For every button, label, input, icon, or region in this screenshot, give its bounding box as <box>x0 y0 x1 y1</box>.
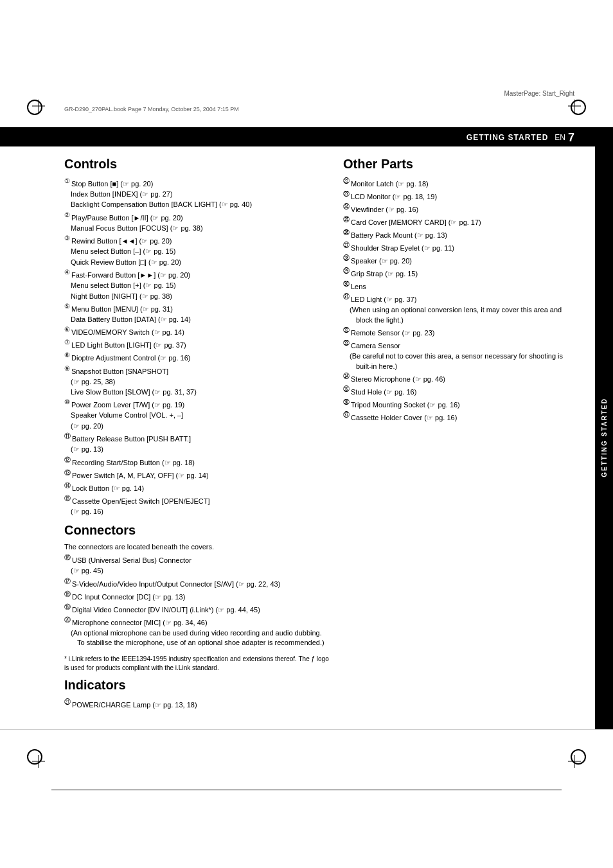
list-item: (☞ pg. 45) <box>64 566 330 576</box>
list-item: ⑳Microphone connector [MIC] (☞ pg. 34, 4… <box>64 616 330 628</box>
content-area: Controls ①Stop Button [■] (☞ pg. 20) Ind… <box>0 146 613 729</box>
list-item: ⑯USB (Universal Serial Bus) Connector <box>64 553 330 565</box>
bottom-bar <box>0 729 613 826</box>
list-item: ⑫Recording Start/Stop Button (☞ pg. 18) <box>64 456 330 468</box>
list-item: (When using an optional conversion lens,… <box>343 305 574 325</box>
list-item: Live Slow Button [SLOW] (☞ pg. 31, 37) <box>64 387 330 397</box>
list-item: ㉛LED Light (☞ pg. 37) <box>343 292 574 305</box>
list-item: ㉗Shoulder Strap Eyelet (☞ pg. 11) <box>343 241 574 253</box>
file-label: GR-D290_270PAL.book Page 7 Monday, Octob… <box>64 106 239 112</box>
list-item: ㉖Battery Pack Mount (☞ pg. 13) <box>343 228 574 240</box>
list-item: ㉚Lens <box>343 279 574 292</box>
list-item: Manual Focus Button [FOCUS] (☞ pg. 38) <box>64 224 330 233</box>
header-section-label: GETTING STARTED <box>466 133 548 142</box>
header-page-number: 7 <box>568 131 574 145</box>
connectors-list: ⑯USB (Universal Serial Bus) Connector (☞… <box>64 553 330 648</box>
controls-title: Controls <box>64 157 330 172</box>
list-item: ⑤Menu Button [MENU] (☞ pg. 31) <box>64 302 330 314</box>
list-item: ㊲Cassette Holder Cover (☞ pg. 16) <box>343 411 574 423</box>
list-item: ㉔Viewfinder (☞ pg. 16) <box>343 202 574 215</box>
list-item: ⑥VIDEO/MEMORY Switch (☞ pg. 14) <box>64 325 330 337</box>
list-item: Menu select Button [+] (☞ pg. 15) <box>64 281 330 290</box>
list-item: ㉜Remote Sensor (☞ pg. 23) <box>343 326 574 338</box>
cross-bl <box>32 755 45 769</box>
list-item: (☞ pg. 20) <box>64 421 330 431</box>
main-area: Controls ①Stop Button [■] (☞ pg. 20) Ind… <box>0 146 613 729</box>
list-item: Backlight Compensation Button [BACK LIGH… <box>64 200 330 209</box>
top-bar: MasterPage: Start_Right GR-D290_270PAL.b… <box>0 0 613 128</box>
indicators-section: Indicators ㉑POWER/CHARGE Lamp (☞ pg. 13,… <box>64 678 330 710</box>
connectors-footnote: * i.Link refers to the IEEE1394-1995 ind… <box>64 655 330 673</box>
connectors-section: Connectors The connectors are located be… <box>64 523 330 672</box>
cross-br <box>568 755 581 769</box>
list-item: ⑩Power Zoom Lever [T/W] (☞ pg. 19) <box>64 398 330 410</box>
list-item: Data Battery Button [DATA] (☞ pg. 14) <box>64 315 330 324</box>
side-tab: GETTING STARTED <box>595 146 613 729</box>
list-item: ㉑POWER/CHARGE Lamp (☞ pg. 13, 18) <box>64 698 330 710</box>
list-item: ②Play/Pause Button [►/II] (☞ pg. 20) <box>64 211 330 223</box>
other-parts-title: Other Parts <box>343 157 574 172</box>
page-wrapper: MasterPage: Start_Right GR-D290_270PAL.b… <box>0 0 613 868</box>
list-item: ㉝Camera Sensor <box>343 339 574 351</box>
indicators-list: ㉑POWER/CHARGE Lamp (☞ pg. 13, 18) <box>64 698 330 710</box>
list-item: ③Rewind Button [◄◄] (☞ pg. 20) <box>64 234 330 246</box>
list-item: ㉞Stereo Microphone (☞ pg. 46) <box>343 372 574 384</box>
left-column: Controls ①Stop Button [■] (☞ pg. 20) Ind… <box>64 153 330 716</box>
list-item: ㉒Monitor Latch (☞ pg. 18) <box>343 177 574 189</box>
list-item: (Be careful not to cover this area, a se… <box>343 351 574 371</box>
other-parts-list: ㉒Monitor Latch (☞ pg. 18) ㉓LCD Monitor (… <box>343 177 574 423</box>
masterpage-label: MasterPage: Start_Right <box>504 90 575 97</box>
list-item: ㉘Speaker (☞ pg. 20) <box>343 254 574 266</box>
connectors-title: Connectors <box>64 523 330 538</box>
list-item: Index Button [INDEX] (☞ pg. 27) <box>64 190 330 199</box>
side-tab-text: GETTING STARTED <box>601 398 608 477</box>
controls-section: Controls ①Stop Button [■] (☞ pg. 20) Ind… <box>64 157 330 517</box>
list-item: ㉟Stud Hole (☞ pg. 16) <box>343 385 574 397</box>
controls-list: ①Stop Button [■] (☞ pg. 20) Index Button… <box>64 177 330 517</box>
cross-tr <box>568 100 581 114</box>
other-parts-section: Other Parts ㉒Monitor Latch (☞ pg. 18) ㉓L… <box>343 157 574 423</box>
cross-tl <box>32 100 45 114</box>
list-item: Menu select Button [–] (☞ pg. 15) <box>64 247 330 256</box>
list-item: ⑱DC Input Connector [DC] (☞ pg. 13) <box>64 590 330 602</box>
connectors-intro: The connectors are located beneath the c… <box>64 543 330 551</box>
list-item: ㉕Card Cover [MEMORY CARD] (☞ pg. 17) <box>343 215 574 227</box>
list-item: ⑬Power Switch [A, M, PLAY, OFF] (☞ pg. 1… <box>64 468 330 481</box>
list-item: (☞ pg. 25, 38) <box>64 377 330 387</box>
list-item: ㉓LCD Monitor (☞ pg. 18, 19) <box>343 190 574 202</box>
header-band: GETTING STARTED EN 7 <box>0 128 613 146</box>
list-item: ⑧Dioptre Adjustment Control (☞ pg. 16) <box>64 351 330 363</box>
list-item: ⑮Cassette Open/Eject Switch [OPEN/EJECT] <box>64 494 330 506</box>
list-item: ⑦LED Light Button [LIGHT] (☞ pg. 37) <box>64 338 330 350</box>
list-item: ㊱Tripod Mounting Socket (☞ pg. 16) <box>343 398 574 410</box>
list-item: Night Button [NIGHT] (☞ pg. 38) <box>64 292 330 301</box>
list-item: ⑲Digital Video Connector [DV IN/OUT] (i.… <box>64 603 330 615</box>
list-item: ④Fast-Forward Button [►►] (☞ pg. 20) <box>64 268 330 280</box>
list-item: ⑰S-Video/Audio/Video Input/Output Connec… <box>64 577 330 589</box>
list-item: (☞ pg. 16) <box>64 507 330 517</box>
bottom-line <box>51 790 562 790</box>
list-item: (☞ pg. 13) <box>64 445 330 454</box>
header-en-label: EN <box>555 133 565 142</box>
list-item: Quick Review Button [□] (☞ pg. 20) <box>64 258 330 267</box>
list-item: (An optional microphone can be used duri… <box>64 628 330 648</box>
list-item: ⑪Battery Release Button [PUSH BATT.] <box>64 432 330 444</box>
list-item: ⑭Lock Button (☞ pg. 14) <box>64 481 330 493</box>
list-item: Speaker Volume Control [VOL. +, –] <box>64 411 330 420</box>
list-item: ⑨Snapshot Button [SNAPSHOT] <box>64 364 330 376</box>
list-item: ㉙Grip Strap (☞ pg. 15) <box>343 267 574 279</box>
list-item: ①Stop Button [■] (☞ pg. 20) <box>64 177 330 189</box>
indicators-title: Indicators <box>64 678 330 693</box>
right-column: Other Parts ㉒Monitor Latch (☞ pg. 18) ㉓L… <box>343 153 574 716</box>
